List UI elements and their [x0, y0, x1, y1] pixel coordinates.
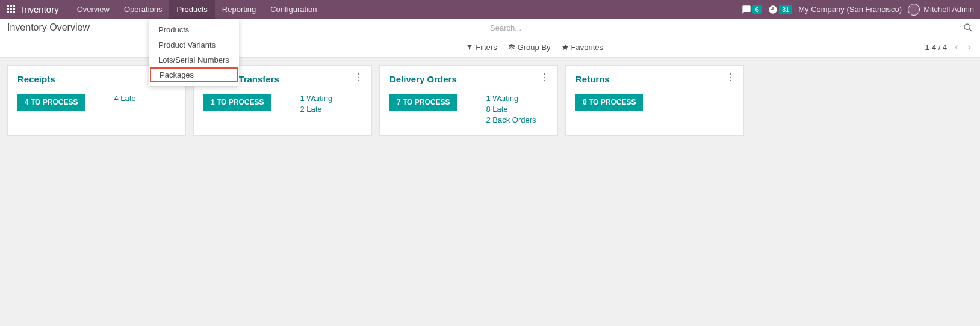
dropdown-lots-serial[interactable]: Lots/Serial Numbers: [149, 52, 239, 67]
card-returns[interactable]: ⋮ Returns 0 TO PROCESS: [565, 65, 744, 136]
process-button[interactable]: 0 TO PROCESS: [575, 94, 643, 111]
filters-button[interactable]: Filters: [466, 43, 497, 52]
status-late[interactable]: 2 Late: [300, 105, 332, 114]
card-menu-icon[interactable]: ⋮: [539, 73, 549, 82]
process-button[interactable]: 7 TO PROCESS: [389, 94, 457, 111]
card-title: Returns: [575, 74, 734, 84]
user-menu[interactable]: Mitchell Admin: [908, 4, 974, 16]
dropdown-product-variants[interactable]: Product Variants: [149, 37, 239, 52]
nav-operations[interactable]: Operations: [117, 0, 170, 19]
card-body: 7 TO PROCESS 1 Waiting 8 Late 2 Back Ord…: [389, 94, 548, 125]
status-list: 1 Waiting 8 Late 2 Back Orders: [486, 94, 536, 125]
status-backorders[interactable]: 2 Back Orders: [486, 115, 536, 125]
filter-icon: [466, 43, 473, 51]
clock-icon: [768, 5, 778, 14]
control-panel: Inventory Overview Filters Group By Favo…: [0, 19, 980, 58]
card-body: 1 TO PROCESS 1 Waiting 2 Late: [203, 94, 362, 114]
nav-left: Inventory Overview Operations Products R…: [0, 0, 324, 19]
cp-bottom: Filters Group By Favorites 1-4 / 4 ‹ ›: [0, 37, 980, 57]
star-icon: [562, 43, 569, 51]
activity-indicator[interactable]: 31: [768, 5, 792, 14]
status-list: 4 Late: [114, 94, 135, 103]
user-name: Mitchell Admin: [923, 5, 974, 14]
nav-reporting[interactable]: Reporting: [215, 0, 263, 19]
status-late[interactable]: 4 Late: [114, 94, 135, 103]
layers-icon: [508, 43, 515, 51]
apps-icon[interactable]: [7, 5, 16, 14]
favorites-button[interactable]: Favorites: [562, 43, 603, 52]
page-title: Inventory Overview: [0, 22, 490, 33]
kanban-view: Receipts 4 TO PROCESS 4 Late ⋮ Internal …: [0, 58, 980, 143]
nav-overview[interactable]: Overview: [70, 0, 117, 19]
filter-bar: Filters Group By Favorites: [466, 43, 925, 52]
pager-group: 1-4 / 4 ‹ ›: [925, 42, 973, 52]
search-icon[interactable]: [963, 23, 973, 32]
card-title: Delivery Orders: [389, 74, 548, 84]
chat-badge: 6: [752, 5, 762, 14]
search-wrap: [490, 21, 980, 35]
status-list: 1 Waiting 2 Late: [300, 94, 332, 114]
search-input[interactable]: [490, 21, 963, 35]
chat-icon: [742, 5, 751, 14]
groupby-button[interactable]: Group By: [508, 43, 551, 52]
chat-indicator[interactable]: 6: [742, 5, 762, 14]
activity-badge: 31: [779, 5, 792, 14]
avatar-icon: [908, 4, 920, 16]
svg-point-0: [964, 24, 970, 29]
svg-line-1: [969, 29, 972, 31]
card-body: 4 TO PROCESS 4 Late: [17, 94, 176, 111]
card-menu-icon[interactable]: ⋮: [725, 73, 735, 82]
dropdown-packages[interactable]: Packages: [150, 67, 238, 82]
nav-right: 6 31 My Company (San Francisco) Mitchell…: [742, 4, 980, 16]
card-body: 0 TO PROCESS: [575, 94, 734, 111]
status-waiting[interactable]: 1 Waiting: [300, 94, 332, 103]
dropdown-products[interactable]: Products: [149, 22, 239, 37]
status-late[interactable]: 8 Late: [486, 105, 536, 114]
nav-configuration[interactable]: Configuration: [263, 0, 324, 19]
nav-products[interactable]: Products: [169, 0, 214, 19]
card-delivery-orders[interactable]: ⋮ Delivery Orders 7 TO PROCESS 1 Waiting…: [379, 65, 558, 136]
products-dropdown: Products Product Variants Lots/Serial Nu…: [149, 19, 239, 86]
app-brand[interactable]: Inventory: [22, 4, 59, 14]
card-menu-icon[interactable]: ⋮: [353, 73, 363, 82]
process-button[interactable]: 1 TO PROCESS: [203, 94, 271, 111]
process-button[interactable]: 4 TO PROCESS: [17, 94, 85, 111]
pager-prev[interactable]: ‹: [953, 42, 960, 52]
cp-top: Inventory Overview: [0, 19, 980, 37]
pager-next[interactable]: ›: [966, 42, 973, 52]
company-selector[interactable]: My Company (San Francisco): [798, 5, 902, 14]
status-waiting[interactable]: 1 Waiting: [486, 94, 536, 103]
main-navbar: Inventory Overview Operations Products R…: [0, 0, 980, 19]
pager-text: 1-4 / 4: [925, 43, 947, 52]
